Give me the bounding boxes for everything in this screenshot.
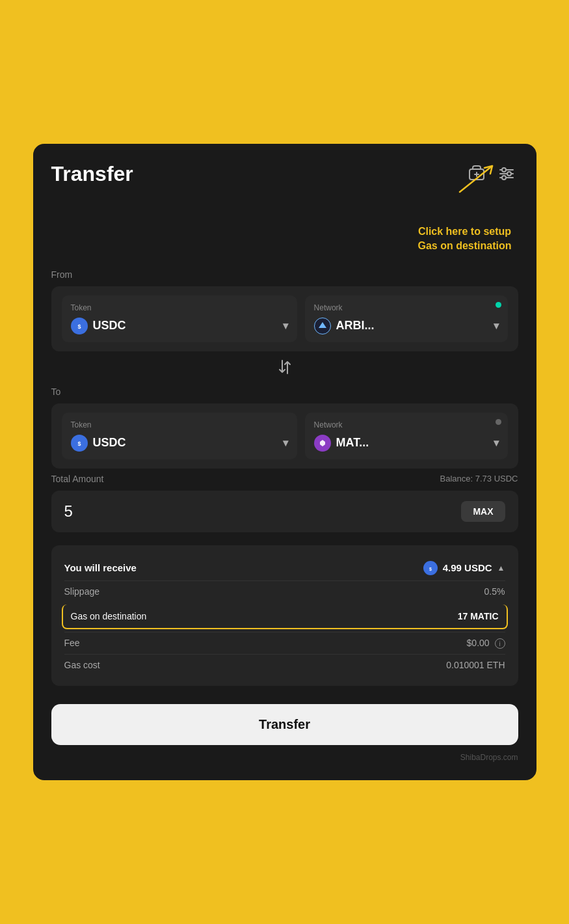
- header: Transfer: [51, 162, 518, 254]
- to-network-icon: [314, 435, 331, 452]
- max-button[interactable]: MAX: [461, 501, 505, 522]
- from-network-selector[interactable]: Network ARBI... ▾: [305, 295, 508, 342]
- fee-label: Fee: [64, 638, 80, 648]
- svg-text:$: $: [429, 566, 432, 571]
- from-network-status-dot: [496, 302, 501, 308]
- from-token-label: Token: [71, 303, 288, 312]
- from-selector-box: Token $ USDC ▾ Network: [51, 286, 518, 351]
- to-selector-box: Token $ USDC ▾ Network: [51, 403, 518, 469]
- from-token-chevron: ▾: [283, 319, 288, 332]
- transfer-card: Transfer: [31, 142, 538, 782]
- receive-label: You will receive: [64, 562, 137, 573]
- to-label: To: [51, 387, 518, 397]
- gas-dest-label: Gas on destination: [71, 611, 147, 621]
- balance-display: Balance: 7.73 USDC: [440, 474, 518, 483]
- to-network-status-dot: [496, 419, 501, 425]
- receive-usdc-icon: $: [423, 561, 438, 575]
- page-title: Transfer: [51, 162, 133, 186]
- to-network-chevron: ▾: [494, 437, 499, 449]
- annotation-arrow: [447, 163, 499, 195]
- from-label: From: [51, 269, 518, 280]
- to-network-label: Network: [314, 420, 499, 429]
- from-token-selector[interactable]: Token $ USDC ▾: [62, 295, 297, 342]
- fee-value: $0.00 i: [467, 638, 505, 649]
- from-network-icon: [314, 318, 331, 334]
- watermark: ShibaDrops.com: [51, 753, 518, 762]
- slippage-value: 0.5%: [484, 586, 505, 597]
- from-network-label: Network: [314, 303, 499, 312]
- swap-button[interactable]: [276, 358, 294, 380]
- svg-text:$: $: [77, 323, 81, 330]
- expand-icon[interactable]: ▲: [497, 564, 505, 573]
- receive-row: You will receive $ 4.99 USDC ▲: [64, 556, 505, 580]
- slippage-row: Slippage 0.5%: [64, 580, 505, 602]
- details-box: You will receive $ 4.99 USDC ▲ Slippage …: [51, 545, 518, 686]
- amount-input[interactable]: [64, 502, 329, 521]
- gas-cost-row: Gas cost 0.010001 ETH: [64, 654, 505, 675]
- transfer-button[interactable]: Transfer: [51, 704, 518, 745]
- gas-cost-label: Gas cost: [64, 660, 100, 670]
- receive-value: $ 4.99 USDC ▲: [423, 561, 505, 575]
- to-network-selector[interactable]: Network MAT... ▾: [305, 413, 508, 459]
- to-token-chevron: ▾: [283, 437, 288, 449]
- from-network-chevron: ▾: [494, 319, 499, 332]
- to-token-icon: $: [71, 435, 88, 452]
- to-token-value: USDC: [93, 436, 126, 450]
- from-token-icon: $: [71, 318, 88, 334]
- svg-point-6: [502, 168, 506, 172]
- svg-text:$: $: [77, 441, 81, 447]
- from-token-value: USDC: [93, 319, 126, 333]
- svg-point-8: [502, 176, 506, 180]
- gas-destination-row: Gas on destination 17 MATIC: [62, 605, 508, 629]
- svg-point-7: [507, 172, 511, 176]
- fee-row: Fee $0.00 i: [64, 632, 505, 655]
- slippage-label: Slippage: [64, 586, 100, 597]
- to-network-value: MAT...: [336, 436, 369, 450]
- fee-info-icon[interactable]: i: [495, 638, 505, 649]
- amount-box: MAX: [51, 491, 518, 532]
- from-network-value: ARBI...: [336, 319, 375, 333]
- amount-header: Total Amount Balance: 7.73 USDC: [51, 474, 518, 484]
- gas-dest-value: 17 MATIC: [458, 611, 499, 621]
- to-token-label: Token: [71, 420, 288, 429]
- to-token-selector[interactable]: Token $ USDC ▾: [62, 413, 297, 459]
- amount-label: Total Amount: [51, 474, 104, 484]
- annotation-text: Click here to setup Gas on destination: [417, 224, 511, 254]
- gas-cost-value: 0.010001 ETH: [446, 660, 505, 670]
- swap-row: [51, 358, 518, 380]
